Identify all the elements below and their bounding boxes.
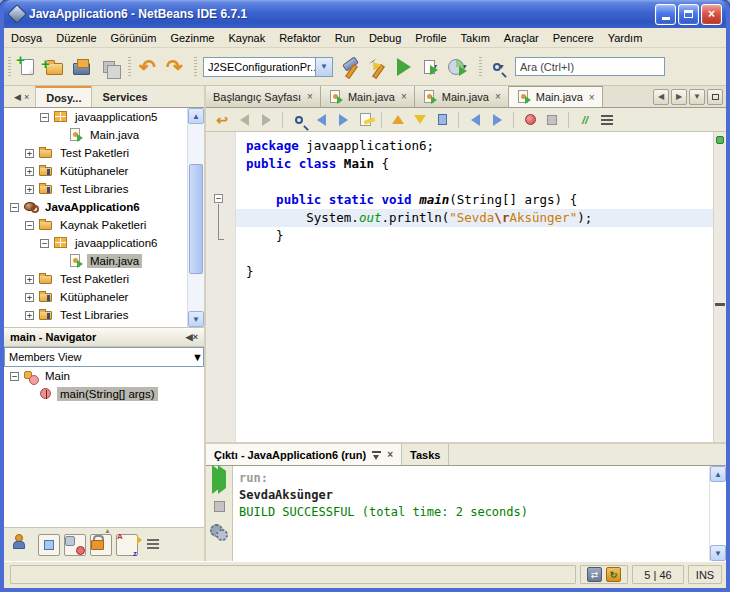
find-selection-button[interactable]	[289, 110, 309, 130]
project-tree-item[interactable]: −javaapplication6	[4, 234, 204, 252]
next-bookmark-button[interactable]	[410, 110, 430, 130]
minimize-navigator-icon[interactable]: ◀	[186, 332, 193, 342]
output-dropdown-icon[interactable]	[372, 451, 381, 459]
ant-settings-button[interactable]	[209, 522, 229, 542]
expand-icon[interactable]: +	[25, 185, 34, 194]
find-next-button[interactable]	[333, 110, 353, 130]
rerun-button[interactable]	[209, 470, 229, 490]
maximize-button[interactable]	[678, 4, 699, 25]
projects-scrollbar[interactable]: ▲ ▼	[187, 108, 204, 327]
output-close-icon[interactable]: ×	[387, 449, 393, 460]
output-scrollbar[interactable]: ▲ ▼	[709, 466, 726, 561]
close-button[interactable]: ×	[701, 4, 722, 25]
uncomment-button[interactable]	[597, 110, 617, 130]
code-view[interactable]: package javaapplication6;public class Ma…	[236, 132, 713, 442]
members-view-combo[interactable]: Members View ▼	[4, 347, 204, 367]
menu-takım[interactable]: Takım	[454, 29, 497, 47]
project-tree-item[interactable]: Main.java	[4, 126, 204, 144]
find-previous-button[interactable]	[311, 110, 331, 130]
menu-refaktor[interactable]: Refaktor	[272, 29, 328, 47]
sort-by-source-button[interactable]	[142, 534, 164, 556]
clean-build-button[interactable]	[363, 53, 390, 80]
forward-button[interactable]	[256, 110, 276, 130]
tab-list-dropdown-button[interactable]: ▼	[689, 89, 705, 105]
menu-düzenle[interactable]: Düzenle	[49, 29, 103, 47]
show-fields-button[interactable]	[38, 534, 60, 556]
scroll-down-icon[interactable]: ▼	[188, 311, 204, 327]
shift-right-button[interactable]	[487, 110, 507, 130]
titlebar[interactable]: JavaApplication6 - NetBeans IDE 6.7.1 ×	[4, 0, 726, 28]
tab-files[interactable]: Dosy...	[35, 86, 91, 107]
search-menu-button[interactable]: ▾	[485, 53, 512, 80]
collapse-icon[interactable]: −	[40, 239, 49, 248]
menu-yardım[interactable]: Yardım	[601, 29, 650, 47]
collapse-icon[interactable]: −	[10, 372, 19, 381]
menu-gezinme[interactable]: Gezinme	[163, 29, 221, 47]
expand-icon[interactable]: +	[25, 293, 34, 302]
maximize-window-button[interactable]	[707, 89, 723, 105]
quick-search-input[interactable]	[515, 57, 665, 76]
minimize-button[interactable]	[655, 4, 676, 25]
shift-left-button[interactable]	[465, 110, 485, 130]
scrollbar-thumb[interactable]	[189, 164, 203, 274]
project-tree-item[interactable]: +Test Paketleri	[4, 270, 204, 288]
scroll-tabs-left-button[interactable]: ◀	[653, 89, 669, 105]
navigator-tree-item[interactable]: −Main	[4, 367, 204, 385]
close-tab-icon[interactable]: ×	[401, 91, 407, 102]
close-navigator-icon[interactable]: ×	[193, 332, 198, 342]
menu-araçlar[interactable]: Araçlar	[497, 29, 546, 47]
close-tab-icon[interactable]: ×	[589, 92, 595, 103]
run-project-button[interactable]	[390, 53, 417, 80]
close-tab-icon[interactable]: ×	[495, 91, 501, 102]
expand-icon[interactable]: +	[25, 167, 34, 176]
stop-button[interactable]	[209, 496, 229, 516]
navigator-tree-item[interactable]: main(String[] args)	[4, 385, 204, 403]
output-scroll-up-icon[interactable]: ▲	[710, 466, 726, 482]
collapse-icon[interactable]: −	[10, 203, 19, 212]
project-tree-item[interactable]: +Test Libraries	[4, 180, 204, 198]
project-tree-item[interactable]: −JavaApplication6	[4, 198, 204, 216]
editor-tab[interactable]: Main.java×	[321, 86, 415, 107]
debug-project-button[interactable]: ▾	[417, 53, 444, 80]
last-edit-position-button[interactable]: ↩	[212, 110, 232, 130]
output-scroll-down-icon[interactable]: ▼	[710, 545, 726, 561]
editor-tab[interactable]: Main.java×	[415, 86, 509, 107]
scroll-up-icon[interactable]: ▲	[188, 108, 204, 124]
configuration-combo[interactable]: J2SEConfigurationPr... ▼	[203, 57, 333, 77]
tab-output[interactable]: Çıktı - JavaApplication6 (run) ×	[206, 444, 402, 465]
project-tree-item[interactable]: −javaapplication5	[4, 108, 204, 126]
previous-bookmark-button[interactable]	[388, 110, 408, 130]
menu-görünüm[interactable]: Görünüm	[104, 29, 164, 47]
menu-profile[interactable]: Profile	[408, 29, 453, 47]
combo-dropdown-icon[interactable]: ▼	[315, 58, 332, 76]
updates-icon[interactable]: ↻	[606, 567, 621, 582]
editor-gutter[interactable]: −	[206, 132, 236, 442]
menu-debug[interactable]: Debug	[362, 29, 408, 47]
redo-button[interactable]: ↷	[161, 53, 188, 80]
profile-project-button[interactable]: ▾	[444, 53, 471, 80]
menu-pencere[interactable]: Pencere	[546, 29, 601, 47]
expand-icon[interactable]: +	[25, 149, 34, 158]
new-project-button[interactable]	[41, 53, 68, 80]
project-tree-item[interactable]: Main.java	[4, 252, 204, 270]
start-macro-recording-button[interactable]	[520, 110, 540, 130]
scroll-tabs-right-button[interactable]: ▶	[671, 89, 687, 105]
new-file-button[interactable]	[14, 53, 41, 80]
project-tree-item[interactable]: +Test Libraries	[4, 306, 204, 324]
expand-icon[interactable]: +	[25, 275, 34, 284]
toggle-bookmark-button[interactable]	[432, 110, 452, 130]
editor-tab[interactable]: Başlangıç Sayfası×	[206, 86, 321, 107]
editor-tab[interactable]: Main.java×	[509, 86, 603, 107]
toggle-highlight-button[interactable]	[355, 110, 375, 130]
tab-services[interactable]: Services	[91, 86, 157, 107]
project-tree-item[interactable]: +Kütüphaneler	[4, 162, 204, 180]
expand-icon[interactable]: +	[25, 311, 34, 320]
sync-icon[interactable]: ⇄	[587, 567, 602, 582]
editor-area[interactable]: − package javaapplication6;public class …	[206, 132, 726, 442]
collapse-icon[interactable]: −	[25, 221, 34, 230]
members-view-dropdown-icon[interactable]: ▼	[192, 351, 203, 363]
build-button[interactable]	[336, 53, 363, 80]
show-non-public-members-button[interactable]	[90, 534, 112, 556]
close-tab-icon[interactable]: ×	[307, 91, 313, 102]
back-button[interactable]	[234, 110, 254, 130]
